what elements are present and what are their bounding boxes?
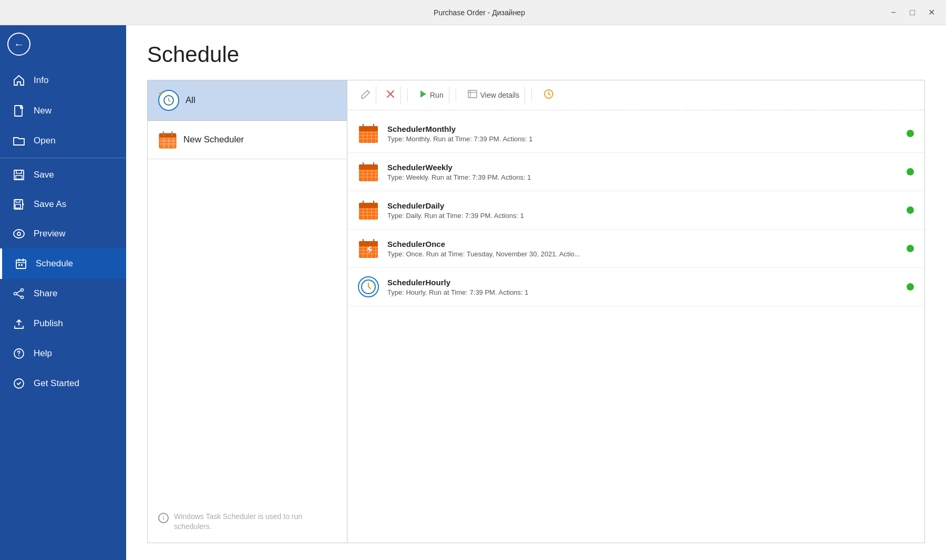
scheduler-item-info: SchedulerMonthly Type: Monthly. Run at T… <box>387 125 898 143</box>
sidebar-label-open: Open <box>34 136 56 146</box>
sidebar-divider <box>0 158 126 158</box>
all-schedulers-item[interactable]: + All <box>148 80 347 121</box>
list-item[interactable]: SchedulerWeekly Type: Weekly. Run at Tim… <box>347 153 924 191</box>
new-scheduler-item[interactable]: New Scheduler <box>148 121 347 159</box>
svg-rect-6 <box>15 204 20 208</box>
scheduler-name: SchedulerOnce <box>387 240 898 248</box>
scheduler-desc: Type: Daily. Run at Time: 7:39 PM. Actio… <box>387 212 898 220</box>
scheduler-name: SchedulerHourly <box>387 278 898 287</box>
sidebar-item-new[interactable]: New <box>0 96 126 126</box>
saveas-icon <box>13 199 25 210</box>
calendar-monthly-icon <box>358 123 379 144</box>
home-icon <box>13 75 25 86</box>
run-button[interactable]: Run <box>414 87 449 103</box>
svg-rect-0 <box>15 106 22 116</box>
sidebar-label-getstarted: Get Started <box>34 378 79 389</box>
svg-rect-57 <box>359 203 378 208</box>
share-icon <box>13 288 25 299</box>
svg-point-13 <box>21 296 24 299</box>
sidebar-label-share: Share <box>34 288 57 299</box>
scheduler-desc: Type: Once. Run at Time: Tuesday, Novemb… <box>387 250 898 258</box>
getstarted-icon <box>13 378 25 389</box>
schedule-layout: + All <box>126 80 946 560</box>
status-dot <box>907 206 914 214</box>
new-scheduler-label: New Scheduler <box>183 134 244 145</box>
edit-button[interactable] <box>356 86 376 104</box>
sidebar-label-info: Info <box>34 75 48 86</box>
all-schedulers-label: All <box>186 95 196 106</box>
sidebar-item-getstarted[interactable]: Get Started <box>0 368 126 399</box>
svg-point-16 <box>18 355 19 356</box>
sidebar-item-publish[interactable]: Publish <box>0 308 126 339</box>
footer-text: Windows Task Scheduler is used to run sc… <box>174 512 336 532</box>
maximize-button[interactable]: □ <box>906 6 919 19</box>
calendar-weekly-icon <box>358 161 379 182</box>
scheduler-desc: Type: Hourly. Run at Time: 7:39 PM. Acti… <box>387 288 898 296</box>
sidebar-item-share[interactable]: Share <box>0 279 126 308</box>
delete-button[interactable] <box>381 86 401 104</box>
content-area: Schedule + All <box>126 25 946 560</box>
run-icon <box>419 90 427 100</box>
scheduler-name: SchedulerDaily <box>387 201 898 210</box>
status-dot <box>907 130 914 137</box>
scheduler-desc: Type: Monthly. Run at Time: 7:39 PM. Act… <box>387 135 898 143</box>
list-item[interactable]: SchedulerDaily Type: Daily. Run at Time:… <box>347 191 924 230</box>
svg-rect-10 <box>18 264 20 266</box>
sidebar-label-schedule: Schedule <box>36 258 73 269</box>
help-icon <box>13 348 25 359</box>
status-dot <box>907 283 914 291</box>
plus-icon: + <box>158 90 162 97</box>
publish-icon <box>13 318 25 329</box>
scheduler-name: SchedulerWeekly <box>387 163 898 172</box>
list-item[interactable]: SchedulerMonthly Type: Monthly. Run at T… <box>347 115 924 153</box>
new-doc-icon <box>13 105 25 117</box>
scheduler-item-info: SchedulerWeekly Type: Weekly. Run at Tim… <box>387 163 898 181</box>
sidebar-label-help: Help <box>34 348 52 359</box>
svg-rect-9 <box>16 260 26 268</box>
scheduler-item-info: SchedulerHourly Type: Hourly. Run at Tim… <box>387 278 898 296</box>
sidebar-item-save[interactable]: Save <box>0 160 126 190</box>
sidebar-item-info[interactable]: Info <box>0 65 126 96</box>
all-scheduler-icon: + <box>158 90 179 111</box>
toolbar-separator-3 <box>531 89 532 101</box>
run-label: Run <box>430 91 444 99</box>
calendar-once-icon <box>358 238 379 259</box>
sidebar-label-publish: Publish <box>34 318 63 329</box>
sidebar-item-saveas[interactable]: Save As <box>0 190 126 219</box>
svg-rect-68 <box>359 241 378 246</box>
sidebar-item-schedule[interactable]: Schedule <box>0 248 126 279</box>
view-details-button[interactable]: View details <box>462 87 525 103</box>
clock-hourly-icon <box>358 276 379 297</box>
schedule-left-footer: i Windows Task Scheduler is used to run … <box>148 501 347 543</box>
history-button[interactable] <box>538 86 559 105</box>
sidebar-item-help[interactable]: Help <box>0 339 126 368</box>
svg-point-7 <box>14 230 24 238</box>
save-icon <box>13 170 25 180</box>
svg-rect-35 <box>359 126 378 131</box>
scheduler-list: SchedulerMonthly Type: Monthly. Run at T… <box>347 110 924 543</box>
sidebar-item-open[interactable]: Open <box>0 126 126 155</box>
view-details-label: View details <box>480 91 519 99</box>
minimize-button[interactable]: − <box>887 6 900 19</box>
window-controls: − □ ✕ <box>887 6 938 19</box>
svg-point-8 <box>17 232 20 235</box>
view-details-icon <box>468 90 477 100</box>
sidebar-item-preview[interactable]: Preview <box>0 219 126 248</box>
schedule-toolbar: Run View details <box>347 80 924 110</box>
page-title: Schedule <box>126 25 946 80</box>
toolbar-separator-2 <box>456 89 456 101</box>
svg-rect-3 <box>16 175 22 179</box>
sidebar-label-saveas: Save As <box>34 199 66 210</box>
schedule-left-panel: + All <box>147 80 347 543</box>
schedule-icon <box>15 258 27 269</box>
schedule-right-panel: Run View details <box>347 80 925 543</box>
sidebar-label-save: Save <box>34 170 54 180</box>
scheduler-desc: Type: Weekly. Run at Time: 7:39 PM. Acti… <box>387 173 898 181</box>
window-title: Purchase Order - Дизайнер <box>71 8 887 17</box>
list-item[interactable]: SchedulerOnce Type: Once. Run at Time: T… <box>347 230 924 268</box>
close-button[interactable]: ✕ <box>925 6 938 19</box>
edit-icon <box>361 89 371 101</box>
title-bar: Purchase Order - Дизайнер − □ ✕ <box>0 0 946 25</box>
back-button[interactable]: ← <box>4 29 34 59</box>
list-item[interactable]: SchedulerHourly Type: Hourly. Run at Tim… <box>347 268 924 306</box>
